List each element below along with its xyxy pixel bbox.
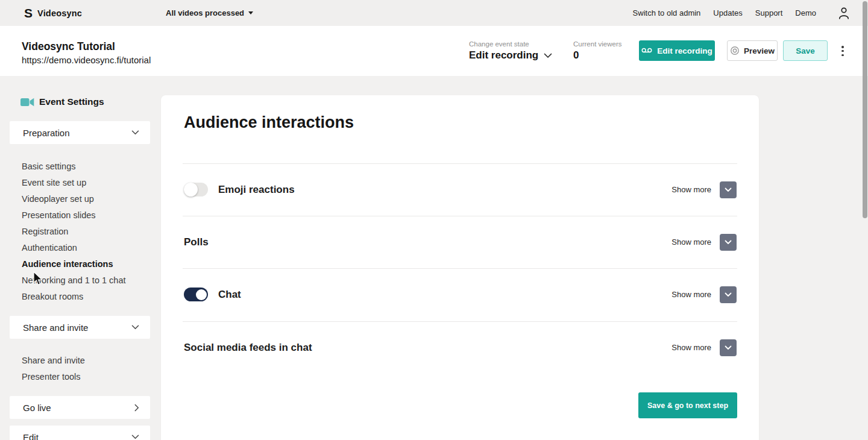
change-event-state-label: Change event state <box>469 40 529 48</box>
sidebar-item-presentation-slides[interactable]: Presentation slides <box>22 207 126 223</box>
videosync-logo-icon: S <box>24 7 33 19</box>
chevron-right-icon <box>134 404 139 412</box>
caret-down-icon <box>248 11 253 14</box>
user-account-icon[interactable] <box>838 7 850 19</box>
edit-recording-button[interactable]: Edit recording <box>639 40 715 61</box>
sidebar-section-edit[interactable]: Edit <box>10 426 150 440</box>
chevron-down-icon <box>131 325 139 330</box>
setting-row-emoji-reactions: Emoji reactions Show more <box>161 163 759 216</box>
expand-row-button[interactable] <box>720 234 737 251</box>
save-next-step-label: Save & go to next step <box>647 401 728 410</box>
setting-row-social-media-feeds: Social media feeds in chat Show more <box>161 321 759 374</box>
sidebar-item-videoplayer-set-up[interactable]: Videoplayer set up <box>22 190 126 207</box>
setting-label: Social media feeds in chat <box>184 342 312 354</box>
link-support[interactable]: Support <box>755 8 783 17</box>
sidebar-item-breakout-rooms[interactable]: Breakout rooms <box>22 288 126 304</box>
setting-label: Polls <box>184 236 209 248</box>
sidebar-item-audience-interactions[interactable]: Audience interactions <box>22 256 126 272</box>
sidebar-title: Event Settings <box>20 96 104 107</box>
sidebar-item-event-site-set-up[interactable]: Event site set up <box>22 174 126 190</box>
sidebar-section-share-and-invite[interactable]: Share and invite <box>10 316 150 339</box>
chevron-down-icon <box>725 345 732 350</box>
toggle-knob <box>196 289 207 300</box>
video-camera-icon <box>20 98 34 107</box>
chat-toggle[interactable] <box>184 288 208 301</box>
chevron-down-icon <box>725 292 732 297</box>
panel-heading: Audience interactions <box>184 112 354 133</box>
scrollbar-thumb[interactable] <box>863 1 867 218</box>
share-items: Share and invite Presenter tools <box>22 352 85 385</box>
event-state-value: Edit recording <box>469 49 538 61</box>
expand-row-button[interactable] <box>720 286 737 303</box>
edit-recording-label: Edit recording <box>657 46 712 55</box>
emoji-reactions-toggle[interactable] <box>184 183 208 196</box>
sidebar-section-preparation[interactable]: Preparation <box>10 121 150 144</box>
link-switch-old-admin[interactable]: Switch to old admin <box>633 8 701 17</box>
sidebar-item-basic-settings[interactable]: Basic settings <box>22 158 126 174</box>
brand-name: Videosync <box>37 8 82 18</box>
chevron-down-icon <box>131 130 139 135</box>
videos-status-dropdown[interactable]: All videos processed <box>166 0 253 26</box>
event-state-dropdown[interactable]: Edit recording <box>469 48 552 63</box>
setting-label: Emoji reactions <box>218 184 295 196</box>
chevron-down-icon <box>544 53 552 58</box>
event-url: https://demo.videosync.fi/tutorial <box>22 55 151 65</box>
preparation-label: Preparation <box>23 128 70 138</box>
setting-label: Chat <box>218 289 241 301</box>
save-button[interactable]: Save <box>783 40 828 61</box>
setting-row-chat: Chat Show more <box>161 268 759 321</box>
top-bar: S Videosync All videos processed Switch … <box>0 0 868 26</box>
expand-row-button[interactable] <box>720 339 737 356</box>
link-updates[interactable]: Updates <box>713 8 742 17</box>
mouse-cursor <box>33 271 44 287</box>
expand-row-button[interactable] <box>720 181 737 198</box>
audience-interactions-panel: Audience interactions Emoji reactions Sh… <box>161 95 759 440</box>
sidebar-title-label: Event Settings <box>39 96 104 107</box>
more-options-kebab-icon[interactable] <box>838 46 847 56</box>
show-more-link[interactable]: Show more <box>671 343 711 352</box>
chevron-down-icon <box>131 435 139 439</box>
videos-status-label: All videos processed <box>166 8 244 17</box>
preview-icon <box>730 46 740 55</box>
event-header: Videosync Tutorial https://demo.videosyn… <box>0 26 868 76</box>
toggle-knob <box>184 183 198 196</box>
save-next-step-button[interactable]: Save & go to next step <box>638 392 737 418</box>
preview-button[interactable]: Preview <box>727 40 778 61</box>
setting-row-polls: Polls Show more <box>161 216 759 268</box>
show-more-link[interactable]: Show more <box>671 185 711 194</box>
save-label: Save <box>796 46 815 55</box>
go-live-label: Go live <box>23 403 51 413</box>
sidebar-item-presenter-tools[interactable]: Presenter tools <box>22 368 85 385</box>
current-viewers-count: 0 <box>573 49 579 61</box>
sidebar-item-authentication[interactable]: Authentication <box>22 239 126 256</box>
link-demo[interactable]: Demo <box>795 8 816 17</box>
show-more-link[interactable]: Show more <box>671 237 711 247</box>
show-more-link[interactable]: Show more <box>671 290 711 299</box>
share-and-invite-label: Share and invite <box>23 322 88 333</box>
sidebar-section-go-live[interactable]: Go live <box>10 396 150 419</box>
event-title: Videosync Tutorial <box>22 40 115 53</box>
recording-icon <box>641 47 652 54</box>
edit-label: Edit <box>23 432 39 440</box>
preview-label: Preview <box>744 46 775 55</box>
current-viewers-label: Current viewers <box>573 40 622 48</box>
sidebar-item-share-and-invite[interactable]: Share and invite <box>22 352 85 368</box>
chevron-down-icon <box>725 240 732 245</box>
brand: S Videosync <box>24 0 82 26</box>
sidebar-item-registration[interactable]: Registration <box>22 223 126 239</box>
chevron-down-icon <box>725 187 732 192</box>
top-links: Switch to old admin Updates Support Demo <box>633 0 816 26</box>
